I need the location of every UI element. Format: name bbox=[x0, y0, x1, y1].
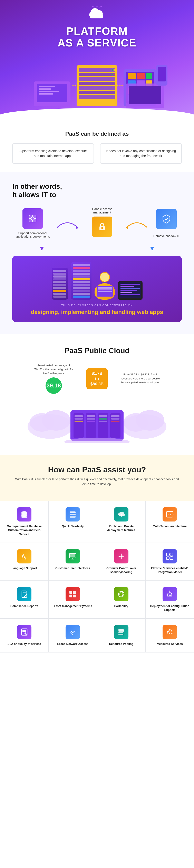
svg-marker-107 bbox=[122, 555, 124, 557]
code-icon: </> bbox=[166, 510, 174, 519]
assist-title: How can PaaS assist you? bbox=[12, 465, 182, 474]
definition-header-text: PaaS can be defined as bbox=[61, 131, 133, 137]
dev-area: THUS DEVELOPERS CAN CONCENTRATE ON desig… bbox=[12, 256, 182, 322]
definition-card-2: It does not involve any complication of … bbox=[100, 143, 182, 164]
language-icon: A a bbox=[20, 552, 28, 560]
svg-text:</>: </> bbox=[168, 513, 173, 516]
svg-rect-12 bbox=[39, 86, 55, 87]
svg-rect-81 bbox=[111, 421, 119, 422]
header-line-right bbox=[133, 134, 182, 134]
rack-2 bbox=[71, 262, 91, 300]
feature-cell-0: On requirement Database Customization an… bbox=[0, 501, 49, 543]
svg-rect-23 bbox=[79, 91, 115, 94]
svg-rect-22 bbox=[79, 86, 115, 90]
feature-icon-15 bbox=[162, 625, 177, 639]
gauge-icon bbox=[166, 628, 174, 636]
allows-icon-shadow bbox=[156, 209, 177, 229]
feature-label-10: Portability bbox=[114, 604, 128, 608]
features-section: On requirement Database Customization an… bbox=[0, 501, 194, 661]
svg-rect-70 bbox=[75, 415, 83, 417]
feature-icon-0 bbox=[17, 507, 32, 522]
svg-rect-109 bbox=[170, 553, 173, 556]
feature-label-0: On requirement Database Customization an… bbox=[4, 524, 44, 536]
assist-subtitle: With PaaS, it is simpler for IT to perfo… bbox=[12, 477, 182, 487]
svg-rect-13 bbox=[39, 88, 51, 90]
svg-rect-80 bbox=[111, 418, 119, 420]
feature-cell-3: </> Multi-Tenant architecture bbox=[146, 501, 194, 543]
svg-rect-31 bbox=[128, 73, 136, 80]
feature-label-4: Language Support bbox=[12, 566, 37, 570]
feature-icon-7 bbox=[162, 549, 177, 563]
svg-point-143 bbox=[169, 633, 170, 634]
allows-title-line1: In other words, bbox=[12, 182, 62, 190]
compliance-icon bbox=[20, 590, 28, 598]
asset-icon bbox=[69, 590, 77, 598]
svg-rect-77 bbox=[99, 418, 107, 420]
feature-cell-5: Customer User Interfaces bbox=[49, 543, 97, 581]
cloud-stat1-text: An estimated percentage of '39.18' is th… bbox=[33, 363, 74, 375]
svg-rect-78 bbox=[99, 421, 107, 422]
dev-title: designing, implementing and handling web… bbox=[31, 308, 163, 316]
feature-icon-8 bbox=[17, 587, 32, 601]
feature-icon-3: </> bbox=[162, 507, 177, 522]
shield-icon bbox=[161, 214, 171, 224]
cloud-upload-icon bbox=[117, 510, 125, 519]
feature-cell-15: Measured Services bbox=[146, 619, 194, 652]
allows-icon-support bbox=[23, 208, 43, 229]
svg-point-27 bbox=[112, 74, 113, 75]
svg-rect-72 bbox=[75, 421, 83, 422]
definition-card-1: A platform enabling clients to develop, … bbox=[12, 143, 94, 164]
svg-point-139 bbox=[123, 629, 124, 630]
svg-marker-106 bbox=[119, 555, 120, 557]
svg-marker-58 bbox=[150, 247, 154, 251]
svg-rect-3 bbox=[90, 15, 103, 19]
svg-rect-121 bbox=[73, 591, 76, 594]
svg-rect-91 bbox=[70, 514, 76, 515]
dev-label: THUS DEVELOPERS CAN CONCENTRATE ON bbox=[61, 304, 133, 307]
feature-icon-11 bbox=[162, 587, 177, 601]
feature-cell-12: SLA or quality of service bbox=[0, 619, 49, 652]
feature-label-5: Customer User Interfaces bbox=[55, 566, 90, 570]
feature-cell-14: Resource Pooling bbox=[97, 619, 146, 652]
svg-text:a: a bbox=[24, 556, 27, 560]
svg-rect-111 bbox=[170, 557, 173, 560]
svg-rect-100 bbox=[70, 554, 75, 557]
svg-marker-53 bbox=[76, 226, 79, 229]
definition-section: PaaS can be defined as A platform enabli… bbox=[0, 118, 194, 172]
arrow-area-1 bbox=[55, 217, 80, 229]
svg-point-141 bbox=[123, 634, 124, 635]
layers-icon bbox=[69, 510, 77, 519]
lock-icon bbox=[97, 222, 107, 232]
svg-rect-15 bbox=[39, 93, 53, 95]
svg-rect-120 bbox=[70, 591, 72, 594]
allows-label-2: Handle access management bbox=[84, 207, 120, 214]
svg-marker-57 bbox=[40, 247, 44, 251]
feature-cell-1: Quick Flexibility bbox=[49, 501, 97, 543]
svg-rect-19 bbox=[79, 73, 115, 76]
feature-cell-6: Granular Control over security/sharing bbox=[97, 543, 146, 581]
portability-icon bbox=[117, 590, 125, 598]
rack-1 bbox=[52, 268, 68, 300]
network-icon bbox=[69, 628, 77, 636]
svg-point-7 bbox=[96, 6, 98, 7]
arrow-area-2 bbox=[124, 217, 149, 229]
svg-rect-24 bbox=[79, 95, 115, 99]
down-arrow-1 bbox=[38, 244, 46, 252]
feature-icon-2 bbox=[114, 507, 128, 522]
allows-item-1: Support conventional applications deploy… bbox=[14, 208, 51, 238]
feature-cell-2: Public and Private deployment features bbox=[97, 501, 146, 543]
feature-label-15: Measured Services bbox=[157, 642, 183, 646]
cloud-stat2-badge: $1.7B to $86.3B bbox=[86, 368, 108, 389]
dev-figure bbox=[94, 272, 115, 300]
feature-icon-12 bbox=[17, 625, 32, 639]
definition-cards: A platform enabling clients to develop, … bbox=[12, 143, 182, 164]
svg-rect-74 bbox=[87, 418, 95, 420]
feature-icon-9 bbox=[66, 587, 80, 601]
cloud-stat-right: From $1.7B to $6.83B, PaaS revenues were… bbox=[120, 372, 161, 384]
cloud-hero-icon bbox=[88, 6, 106, 21]
svg-point-135 bbox=[72, 634, 73, 635]
svg-point-55 bbox=[101, 227, 103, 229]
feature-cell-7: Flexible "services enabled" integration … bbox=[146, 543, 194, 581]
svg-rect-122 bbox=[70, 595, 72, 597]
feature-cell-4: A a Language Support bbox=[0, 543, 49, 581]
